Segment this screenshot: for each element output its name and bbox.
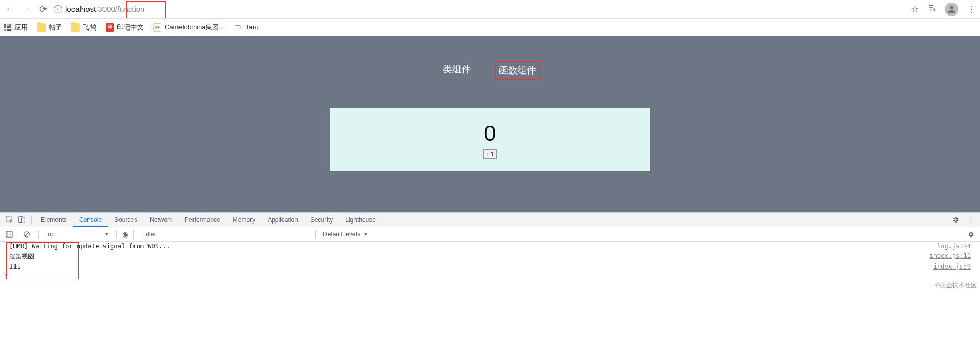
log-row: [HMR] Waiting for update signal from WDS… xyxy=(0,242,980,251)
console-toolbar: top ▼ ◉ Default levels ▼ xyxy=(0,227,980,242)
bookmark-label: 印记中文 xyxy=(117,23,144,32)
chevron-down-icon: ▼ xyxy=(104,231,109,237)
address-bar[interactable]: i localhost:3000/function xyxy=(54,5,144,13)
apps-icon xyxy=(4,24,11,31)
bookmark-tiezi[interactable]: 帖子 xyxy=(37,23,62,32)
site-icon: ㄱ xyxy=(234,23,242,32)
live-expression-icon[interactable]: ◉ xyxy=(122,230,128,239)
page-nav: 类组件 函数组件 xyxy=(0,36,980,80)
console-filter-input[interactable] xyxy=(139,229,310,240)
console-prompt[interactable]: > xyxy=(0,271,980,278)
back-button[interactable]: ← xyxy=(4,4,16,14)
counter-card: 0 +1 xyxy=(330,108,650,171)
svg-point-0 xyxy=(950,6,954,9)
menu-kebab-icon[interactable]: ⋮ xyxy=(967,4,976,15)
bookmarks-bar: 应用 帖子 飞鹤 印 印记中文 Camelotchina集团... ㄱ Taro xyxy=(0,19,980,36)
tab-application[interactable]: Application xyxy=(261,213,304,227)
url-path: /function xyxy=(115,5,145,13)
svg-rect-4 xyxy=(21,218,25,223)
bookmark-yinji[interactable]: 印 印记中文 xyxy=(106,23,144,32)
bookmark-label: 应用 xyxy=(14,23,28,32)
log-message: 渲染视图 xyxy=(9,252,930,261)
clear-console-icon[interactable] xyxy=(21,228,33,241)
counter-value: 0 xyxy=(484,121,496,146)
tab-console[interactable]: Console xyxy=(73,213,108,227)
devtools-panel: Elements Console Sources Network Perform… xyxy=(0,212,980,278)
context-selector[interactable]: top ▼ xyxy=(44,230,111,239)
reload-button[interactable]: ⟳ xyxy=(37,4,49,15)
increment-button[interactable]: +1 xyxy=(483,149,497,159)
bookmark-star-icon[interactable]: ☆ xyxy=(911,4,919,15)
log-row: 渲染视图 index.js:11 xyxy=(0,251,980,262)
log-message: 111 xyxy=(9,263,933,270)
bookmark-label: Taro xyxy=(245,23,258,31)
device-toolbar-icon[interactable] xyxy=(16,214,28,226)
url-port: :3000 xyxy=(96,5,115,13)
nav-link-function-component[interactable]: 函数组件 xyxy=(495,61,540,80)
bookmark-label: Camelotchina集团... xyxy=(165,23,225,32)
url-host: localhost xyxy=(65,5,96,13)
tab-memory[interactable]: Memory xyxy=(227,213,261,227)
tab-performance[interactable]: Performance xyxy=(179,213,227,227)
settings-gear-icon[interactable] xyxy=(949,214,961,226)
folder-icon xyxy=(71,23,80,32)
bookmark-label: 帖子 xyxy=(49,23,62,32)
bookmark-label: 飞鹤 xyxy=(83,23,96,32)
bookmark-feihe[interactable]: 飞鹤 xyxy=(71,23,96,32)
log-source-link[interactable]: log.js:24 xyxy=(937,243,971,250)
profile-avatar-icon[interactable] xyxy=(945,3,958,16)
nav-link-class-component[interactable]: 类组件 xyxy=(440,61,474,80)
tab-lighthouse[interactable]: Lighthouse xyxy=(339,213,382,227)
watermark: ©掘金技术社区 xyxy=(935,281,977,290)
devtools-tabs: Elements Console Sources Network Perform… xyxy=(0,213,980,227)
chevron-down-icon: ▼ xyxy=(363,231,368,237)
svg-rect-6 xyxy=(6,231,8,237)
console-settings-icon[interactable] xyxy=(964,228,977,241)
page-content: 类组件 函数组件 0 +1 xyxy=(0,36,980,212)
bookmark-apps[interactable]: 应用 xyxy=(4,23,28,32)
tab-sources[interactable]: Sources xyxy=(108,213,143,227)
folder-icon xyxy=(37,23,46,32)
context-value: top xyxy=(46,231,55,238)
console-output: [HMR] Waiting for update signal from WDS… xyxy=(0,242,980,278)
forward-button[interactable]: → xyxy=(21,4,32,14)
log-levels-selector[interactable]: Default levels ▼ xyxy=(321,230,370,239)
svg-point-1 xyxy=(155,26,158,29)
levels-value: Default levels xyxy=(323,231,360,238)
log-source-link[interactable]: index.js:11 xyxy=(930,252,971,261)
site-icon xyxy=(153,23,161,32)
site-info-icon[interactable]: i xyxy=(54,5,62,13)
bookmark-taro[interactable]: ㄱ Taro xyxy=(234,23,258,32)
log-message: [HMR] Waiting for update signal from WDS… xyxy=(9,243,937,250)
devtools-menu-icon[interactable]: ⋮ xyxy=(964,214,977,226)
svg-line-8 xyxy=(25,232,29,236)
browser-toolbar: ← → ⟳ i localhost:3000/function ☆ ⋮ xyxy=(0,0,980,19)
bookmark-camelot[interactable]: Camelotchina集团... xyxy=(153,23,225,32)
log-row: 111 index.js:9 xyxy=(0,262,980,271)
site-icon: 印 xyxy=(106,23,114,32)
tab-elements[interactable]: Elements xyxy=(35,213,73,227)
reading-list-icon[interactable] xyxy=(927,3,937,15)
inspect-element-icon[interactable] xyxy=(3,214,16,226)
toggle-sidebar-icon[interactable] xyxy=(3,228,16,241)
tab-security[interactable]: Security xyxy=(304,213,339,227)
tab-network[interactable]: Network xyxy=(143,213,179,227)
log-source-link[interactable]: index.js:9 xyxy=(933,263,971,270)
